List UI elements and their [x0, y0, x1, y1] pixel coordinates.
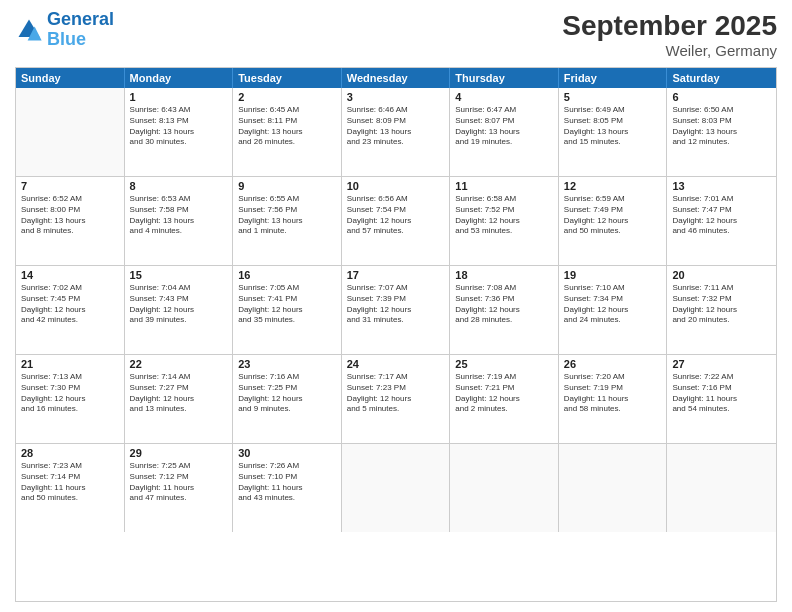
calendar-cell: 8Sunrise: 6:53 AM Sunset: 7:58 PM Daylig…: [125, 177, 234, 265]
calendar-cell: 2Sunrise: 6:45 AM Sunset: 8:11 PM Daylig…: [233, 88, 342, 176]
header-day-tuesday: Tuesday: [233, 68, 342, 88]
calendar-cell: 15Sunrise: 7:04 AM Sunset: 7:43 PM Dayli…: [125, 266, 234, 354]
day-number: 24: [347, 358, 445, 370]
day-info: Sunrise: 7:08 AM Sunset: 7:36 PM Dayligh…: [455, 283, 553, 326]
logo-icon: [15, 16, 43, 44]
calendar-cell: 19Sunrise: 7:10 AM Sunset: 7:34 PM Dayli…: [559, 266, 668, 354]
page: General Blue September 2025 Weiler, Germ…: [0, 0, 792, 612]
day-info: Sunrise: 7:04 AM Sunset: 7:43 PM Dayligh…: [130, 283, 228, 326]
day-number: 9: [238, 180, 336, 192]
header-day-saturday: Saturday: [667, 68, 776, 88]
calendar-cell: 23Sunrise: 7:16 AM Sunset: 7:25 PM Dayli…: [233, 355, 342, 443]
day-number: 3: [347, 91, 445, 103]
day-info: Sunrise: 7:07 AM Sunset: 7:39 PM Dayligh…: [347, 283, 445, 326]
logo: General Blue: [15, 10, 114, 50]
day-number: 13: [672, 180, 771, 192]
day-info: Sunrise: 6:49 AM Sunset: 8:05 PM Dayligh…: [564, 105, 662, 148]
day-info: Sunrise: 6:43 AM Sunset: 8:13 PM Dayligh…: [130, 105, 228, 148]
header: General Blue September 2025 Weiler, Germ…: [15, 10, 777, 59]
day-number: 15: [130, 269, 228, 281]
day-info: Sunrise: 6:53 AM Sunset: 7:58 PM Dayligh…: [130, 194, 228, 237]
day-number: 26: [564, 358, 662, 370]
calendar-cell: 26Sunrise: 7:20 AM Sunset: 7:19 PM Dayli…: [559, 355, 668, 443]
calendar-cell: 16Sunrise: 7:05 AM Sunset: 7:41 PM Dayli…: [233, 266, 342, 354]
calendar-cell: 21Sunrise: 7:13 AM Sunset: 7:30 PM Dayli…: [16, 355, 125, 443]
day-info: Sunrise: 7:23 AM Sunset: 7:14 PM Dayligh…: [21, 461, 119, 504]
day-info: Sunrise: 6:56 AM Sunset: 7:54 PM Dayligh…: [347, 194, 445, 237]
day-number: 19: [564, 269, 662, 281]
day-info: Sunrise: 6:59 AM Sunset: 7:49 PM Dayligh…: [564, 194, 662, 237]
calendar-cell: [450, 444, 559, 532]
logo-blue: Blue: [47, 29, 86, 49]
header-day-thursday: Thursday: [450, 68, 559, 88]
day-info: Sunrise: 7:22 AM Sunset: 7:16 PM Dayligh…: [672, 372, 771, 415]
day-info: Sunrise: 6:50 AM Sunset: 8:03 PM Dayligh…: [672, 105, 771, 148]
calendar-cell: 11Sunrise: 6:58 AM Sunset: 7:52 PM Dayli…: [450, 177, 559, 265]
calendar-week-1: 1Sunrise: 6:43 AM Sunset: 8:13 PM Daylig…: [16, 88, 776, 177]
calendar-week-4: 21Sunrise: 7:13 AM Sunset: 7:30 PM Dayli…: [16, 355, 776, 444]
day-info: Sunrise: 7:05 AM Sunset: 7:41 PM Dayligh…: [238, 283, 336, 326]
day-info: Sunrise: 7:14 AM Sunset: 7:27 PM Dayligh…: [130, 372, 228, 415]
calendar-week-2: 7Sunrise: 6:52 AM Sunset: 8:00 PM Daylig…: [16, 177, 776, 266]
calendar-cell: 6Sunrise: 6:50 AM Sunset: 8:03 PM Daylig…: [667, 88, 776, 176]
day-info: Sunrise: 6:58 AM Sunset: 7:52 PM Dayligh…: [455, 194, 553, 237]
calendar-header: SundayMondayTuesdayWednesdayThursdayFrid…: [16, 68, 776, 88]
calendar-cell: [667, 444, 776, 532]
day-info: Sunrise: 7:25 AM Sunset: 7:12 PM Dayligh…: [130, 461, 228, 504]
calendar-cell: [342, 444, 451, 532]
day-info: Sunrise: 6:45 AM Sunset: 8:11 PM Dayligh…: [238, 105, 336, 148]
day-info: Sunrise: 6:52 AM Sunset: 8:00 PM Dayligh…: [21, 194, 119, 237]
calendar-cell: 9Sunrise: 6:55 AM Sunset: 7:56 PM Daylig…: [233, 177, 342, 265]
day-number: 8: [130, 180, 228, 192]
calendar-cell: 4Sunrise: 6:47 AM Sunset: 8:07 PM Daylig…: [450, 88, 559, 176]
day-number: 11: [455, 180, 553, 192]
day-number: 2: [238, 91, 336, 103]
calendar-cell: 18Sunrise: 7:08 AM Sunset: 7:36 PM Dayli…: [450, 266, 559, 354]
calendar-cell: 10Sunrise: 6:56 AM Sunset: 7:54 PM Dayli…: [342, 177, 451, 265]
calendar-cell: 22Sunrise: 7:14 AM Sunset: 7:27 PM Dayli…: [125, 355, 234, 443]
page-title: September 2025: [562, 10, 777, 42]
calendar-cell: 17Sunrise: 7:07 AM Sunset: 7:39 PM Dayli…: [342, 266, 451, 354]
day-info: Sunrise: 7:10 AM Sunset: 7:34 PM Dayligh…: [564, 283, 662, 326]
calendar: SundayMondayTuesdayWednesdayThursdayFrid…: [15, 67, 777, 602]
logo-general: General: [47, 9, 114, 29]
day-number: 1: [130, 91, 228, 103]
calendar-week-5: 28Sunrise: 7:23 AM Sunset: 7:14 PM Dayli…: [16, 444, 776, 532]
calendar-cell: [559, 444, 668, 532]
day-number: 28: [21, 447, 119, 459]
day-info: Sunrise: 6:47 AM Sunset: 8:07 PM Dayligh…: [455, 105, 553, 148]
day-number: 10: [347, 180, 445, 192]
day-info: Sunrise: 7:17 AM Sunset: 7:23 PM Dayligh…: [347, 372, 445, 415]
day-info: Sunrise: 7:11 AM Sunset: 7:32 PM Dayligh…: [672, 283, 771, 326]
calendar-cell: 30Sunrise: 7:26 AM Sunset: 7:10 PM Dayli…: [233, 444, 342, 532]
calendar-cell: 14Sunrise: 7:02 AM Sunset: 7:45 PM Dayli…: [16, 266, 125, 354]
day-info: Sunrise: 7:02 AM Sunset: 7:45 PM Dayligh…: [21, 283, 119, 326]
header-day-monday: Monday: [125, 68, 234, 88]
calendar-cell: 3Sunrise: 6:46 AM Sunset: 8:09 PM Daylig…: [342, 88, 451, 176]
day-number: 23: [238, 358, 336, 370]
day-info: Sunrise: 7:01 AM Sunset: 7:47 PM Dayligh…: [672, 194, 771, 237]
calendar-body: 1Sunrise: 6:43 AM Sunset: 8:13 PM Daylig…: [16, 88, 776, 532]
calendar-cell: 24Sunrise: 7:17 AM Sunset: 7:23 PM Dayli…: [342, 355, 451, 443]
day-info: Sunrise: 7:20 AM Sunset: 7:19 PM Dayligh…: [564, 372, 662, 415]
calendar-cell: 5Sunrise: 6:49 AM Sunset: 8:05 PM Daylig…: [559, 88, 668, 176]
day-number: 4: [455, 91, 553, 103]
day-number: 7: [21, 180, 119, 192]
title-section: September 2025 Weiler, Germany: [562, 10, 777, 59]
calendar-cell: 7Sunrise: 6:52 AM Sunset: 8:00 PM Daylig…: [16, 177, 125, 265]
day-number: 25: [455, 358, 553, 370]
header-day-friday: Friday: [559, 68, 668, 88]
day-number: 14: [21, 269, 119, 281]
calendar-cell: 13Sunrise: 7:01 AM Sunset: 7:47 PM Dayli…: [667, 177, 776, 265]
day-number: 5: [564, 91, 662, 103]
day-number: 29: [130, 447, 228, 459]
day-number: 27: [672, 358, 771, 370]
day-info: Sunrise: 7:16 AM Sunset: 7:25 PM Dayligh…: [238, 372, 336, 415]
day-number: 22: [130, 358, 228, 370]
logo-text: General Blue: [47, 10, 114, 50]
calendar-cell: 29Sunrise: 7:25 AM Sunset: 7:12 PM Dayli…: [125, 444, 234, 532]
day-info: Sunrise: 7:26 AM Sunset: 7:10 PM Dayligh…: [238, 461, 336, 504]
day-number: 16: [238, 269, 336, 281]
calendar-cell: 27Sunrise: 7:22 AM Sunset: 7:16 PM Dayli…: [667, 355, 776, 443]
header-day-sunday: Sunday: [16, 68, 125, 88]
